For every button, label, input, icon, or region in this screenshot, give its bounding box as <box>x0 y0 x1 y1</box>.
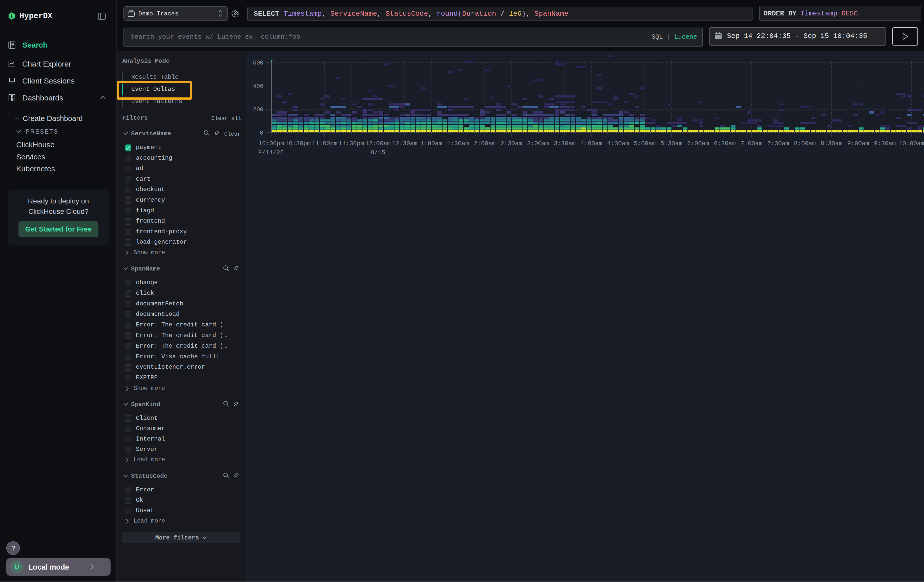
svg-text:4:00am: 4:00am <box>581 140 602 147</box>
svg-text:9:00am: 9:00am <box>847 140 869 147</box>
svg-text:11:30pm: 11:30pm <box>338 140 364 147</box>
svg-text:9/14/25: 9/14/25 <box>258 149 284 156</box>
svg-text:9:30am: 9:30am <box>874 140 896 147</box>
svg-text:5:00am: 5:00am <box>634 140 655 147</box>
svg-text:400: 400 <box>253 83 263 90</box>
svg-text:3:00am: 3:00am <box>527 140 549 147</box>
svg-text:10:00am: 10:00am <box>899 140 924 147</box>
svg-text:6:00am: 6:00am <box>687 140 709 147</box>
svg-text:600: 600 <box>253 60 263 66</box>
svg-text:0: 0 <box>260 130 263 137</box>
svg-text:1:00am: 1:00am <box>420 140 442 147</box>
svg-text:1:30am: 1:30am <box>447 140 469 147</box>
svg-text:2:00am: 2:00am <box>474 140 495 147</box>
svg-text:12:30am: 12:30am <box>392 140 417 147</box>
svg-text:8:00am: 8:00am <box>794 140 816 147</box>
svg-text:10:00pm: 10:00pm <box>259 140 284 147</box>
svg-text:2:30am: 2:30am <box>500 140 522 147</box>
svg-text:10:30pm: 10:30pm <box>285 140 311 147</box>
svg-text:11:00pm: 11:00pm <box>312 140 337 147</box>
svg-text:4:30am: 4:30am <box>607 140 629 147</box>
svg-text:200: 200 <box>253 107 263 113</box>
svg-text:5:30am: 5:30am <box>661 140 682 147</box>
svg-text:3:30am: 3:30am <box>554 140 576 147</box>
svg-text:12:00am: 12:00am <box>365 140 391 147</box>
svg-text:9/15: 9/15 <box>371 149 385 156</box>
svg-text:7:00am: 7:00am <box>741 140 762 147</box>
svg-text:8:30am: 8:30am <box>820 140 842 147</box>
svg-text:7:30am: 7:30am <box>767 140 789 147</box>
svg-text:6:30am: 6:30am <box>714 140 736 147</box>
